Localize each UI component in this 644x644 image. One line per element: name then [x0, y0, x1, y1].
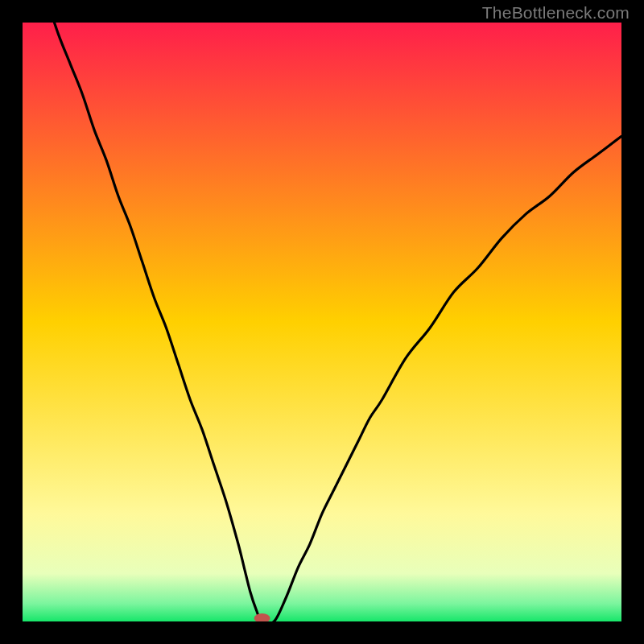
- chart-container: TheBottleneck.com: [0, 0, 644, 644]
- watermark-text: TheBottleneck.com: [482, 3, 630, 23]
- plot-area: [23, 23, 621, 621]
- gradient-background: [23, 23, 621, 621]
- chart-svg: [23, 23, 621, 621]
